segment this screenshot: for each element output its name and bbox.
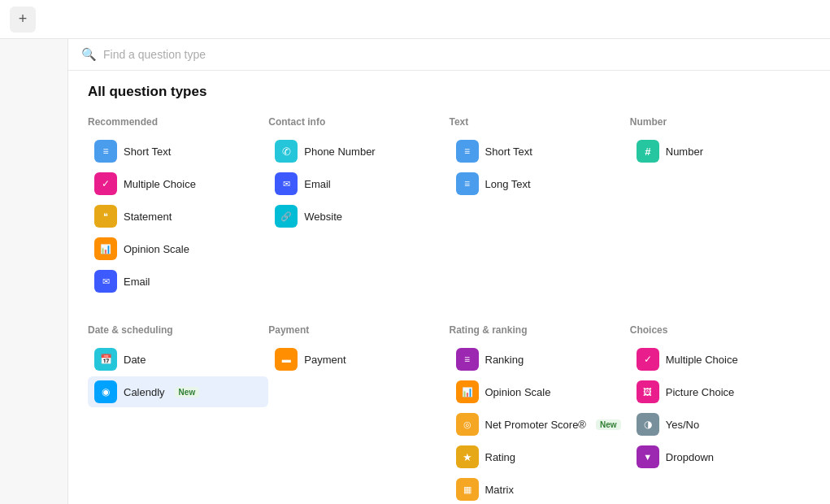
item-label: Matrix xyxy=(485,484,514,496)
number-icon: # xyxy=(637,140,659,163)
list-item[interactable]: ≡ Long Text xyxy=(450,168,630,199)
item-label: Long Text xyxy=(485,178,531,190)
list-item[interactable]: ▦ Matrix xyxy=(450,474,630,504)
category-title-rating: Rating & ranking xyxy=(450,324,630,336)
email-icon: ✉ xyxy=(94,270,117,293)
multiple-choice2-icon: ✓ xyxy=(637,348,659,371)
item-label: Short Text xyxy=(124,146,171,158)
dropdown-icon: ▼ xyxy=(637,445,659,468)
item-label: Rating xyxy=(485,451,516,463)
list-item[interactable]: ▼ Dropdown xyxy=(630,441,810,472)
list-item[interactable]: 📊 Opinion Scale xyxy=(450,376,630,407)
add-button[interactable]: + xyxy=(10,7,36,33)
opinion-scale-icon: 📊 xyxy=(94,237,117,260)
item-label: Multiple Choice xyxy=(666,354,738,366)
list-item[interactable]: ✉ Email xyxy=(268,168,449,199)
picture-choice-icon: 🖼 xyxy=(637,380,659,403)
panel-title: All question types xyxy=(88,84,810,100)
item-label: Opinion Scale xyxy=(485,386,551,398)
item-label: Email xyxy=(124,276,150,288)
long-text-icon: ≡ xyxy=(456,172,479,195)
category-title-date: Date & scheduling xyxy=(88,324,268,336)
list-item[interactable]: ≡ Ranking xyxy=(450,344,630,375)
short-text-icon: ≡ xyxy=(94,140,117,163)
ranking-icon: ≡ xyxy=(456,348,479,371)
item-label: Statement xyxy=(124,211,172,223)
item-label: Number xyxy=(666,146,703,158)
new-badge: New xyxy=(175,387,200,398)
multiple-choice-icon: ✓ xyxy=(94,172,117,195)
item-label: Calendly xyxy=(124,386,165,398)
category-recommended: Recommended ≡ Short Text ✓ Multiple Choi… xyxy=(88,116,268,318)
category-payment: Payment ▬ Payment xyxy=(268,324,449,504)
category-choices: Choices ✓ Multiple Choice 🖼 Picture Choi… xyxy=(630,324,810,504)
payment-icon: ▬ xyxy=(275,348,298,371)
nps-icon: ◎ xyxy=(456,413,479,436)
list-item[interactable]: ◎ Net Promoter Score® New xyxy=(450,409,630,440)
matrix-icon: ▦ xyxy=(456,478,479,501)
phone-number-icon: ✆ xyxy=(275,140,298,163)
list-item[interactable]: # Number xyxy=(630,136,810,167)
item-label: Short Text xyxy=(485,146,532,158)
list-item[interactable]: ★ Rating xyxy=(450,441,630,472)
list-item[interactable]: ≡ Short Text xyxy=(450,136,630,167)
category-date-scheduling: Date & scheduling 📅 Date ◉ Calendly New xyxy=(88,324,268,504)
top-bar: + xyxy=(0,0,830,39)
main-container: 🔍 All question types Recommended ≡ Short… xyxy=(0,39,830,504)
item-label: Multiple Choice xyxy=(124,178,196,190)
sidebar xyxy=(0,39,68,504)
list-item[interactable]: 🖼 Picture Choice xyxy=(630,376,810,407)
search-bar: 🔍 xyxy=(68,39,830,71)
list-item[interactable]: ✆ Phone Number xyxy=(268,136,449,167)
list-item[interactable]: ◑ Yes/No xyxy=(630,409,810,440)
email2-icon: ✉ xyxy=(275,172,298,195)
category-contact-info: Contact info ✆ Phone Number ✉ Email 🔗 We… xyxy=(268,116,449,318)
item-label: Picture Choice xyxy=(666,386,735,398)
short-text2-icon: ≡ xyxy=(456,140,479,163)
search-input[interactable] xyxy=(103,48,817,61)
search-icon: 🔍 xyxy=(81,47,97,62)
list-item[interactable]: ≡ Short Text xyxy=(88,136,268,167)
list-item[interactable]: ❝ Statement xyxy=(88,201,268,232)
list-item[interactable]: ✉ Email xyxy=(88,266,268,297)
yes-no-icon: ◑ xyxy=(637,413,659,436)
website-icon: 🔗 xyxy=(275,205,298,228)
panel-body: All question types Recommended ≡ Short T… xyxy=(68,71,830,504)
item-label: Website xyxy=(304,211,342,223)
list-item[interactable]: ▬ Payment xyxy=(268,344,449,375)
item-label: Phone Number xyxy=(304,146,375,158)
category-title-recommended: Recommended xyxy=(88,116,268,128)
item-label: Yes/No xyxy=(666,419,699,431)
item-label: Dropdown xyxy=(666,451,714,463)
list-item[interactable]: ◉ Calendly New xyxy=(88,376,268,407)
statement-icon: ❝ xyxy=(94,205,117,228)
category-rating-ranking: Rating & ranking ≡ Ranking 📊 Opinion Sca… xyxy=(450,324,630,504)
category-title-text: Text xyxy=(450,116,630,128)
calendly-icon: ◉ xyxy=(94,380,117,403)
item-label: Email xyxy=(304,178,331,190)
content-area: 🔍 All question types Recommended ≡ Short… xyxy=(68,39,830,504)
opinion-scale2-icon: 📊 xyxy=(456,380,479,403)
item-label: Opinion Scale xyxy=(124,243,189,255)
list-item[interactable]: 🔗 Website xyxy=(268,201,449,232)
category-title-choices: Choices xyxy=(630,324,810,336)
item-label: Net Promoter Score® xyxy=(485,419,586,431)
new-badge: New xyxy=(596,419,621,430)
item-label: Date xyxy=(124,354,146,366)
item-label: Payment xyxy=(304,354,345,366)
item-label: Ranking xyxy=(485,354,524,366)
category-title-payment: Payment xyxy=(268,324,449,336)
rating-icon: ★ xyxy=(456,445,479,468)
list-item[interactable]: 📊 Opinion Scale xyxy=(88,233,268,264)
category-number: Number # Number xyxy=(630,116,810,318)
list-item[interactable]: 📅 Date xyxy=(88,344,268,375)
category-title-number: Number xyxy=(630,116,810,128)
category-text: Text ≡ Short Text ≡ Long Text xyxy=(450,116,630,318)
list-item[interactable]: ✓ Multiple Choice xyxy=(630,344,810,375)
list-item[interactable]: ✓ Multiple Choice xyxy=(88,168,268,199)
category-title-contact: Contact info xyxy=(268,116,449,128)
date-icon: 📅 xyxy=(94,348,117,371)
